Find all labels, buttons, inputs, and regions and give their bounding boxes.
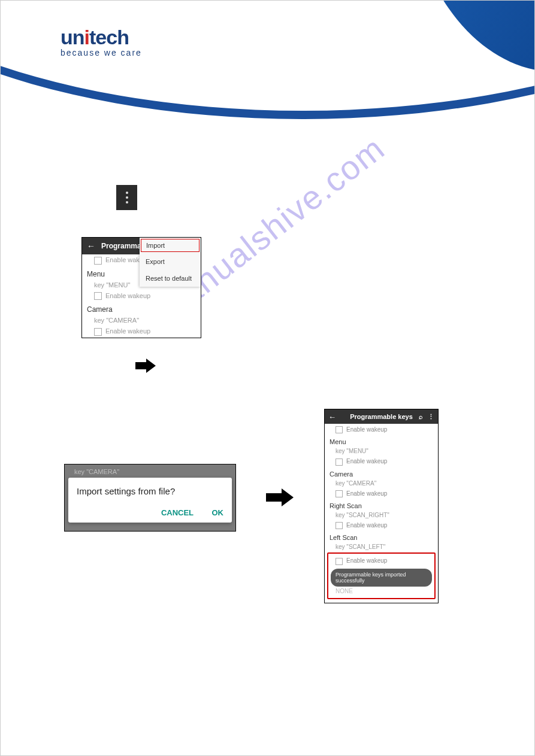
- list-item: Enable wakeup: [82, 290, 201, 302]
- list-item: key "CAMERA": [325, 479, 438, 488]
- search-icon[interactable]: ⌕: [419, 413, 423, 421]
- enable-wakeup-label: Enable wakeup: [105, 327, 150, 335]
- checkbox-icon[interactable]: [335, 558, 343, 565]
- logo: unitech because we care: [61, 26, 142, 57]
- list-item: NONE: [330, 587, 433, 596]
- checkbox-icon[interactable]: [335, 490, 343, 497]
- bg-label: key "CAMERA": [68, 468, 232, 478]
- list-item: Enable wakeup: [330, 555, 433, 567]
- appbar-title: Programma: [101, 242, 141, 250]
- list-item: Enable wakeup: [82, 326, 201, 338]
- dialog: Import settings from file? CANCEL OK: [68, 478, 232, 523]
- enable-wakeup-label: Enable wakeup: [105, 292, 150, 299]
- enable-wakeup-label: Enable wakeup: [346, 458, 387, 464]
- svg-marker-0: [135, 359, 156, 373]
- checkbox-icon[interactable]: [335, 459, 343, 466]
- enable-wakeup-label: Enable wakeup: [346, 522, 387, 529]
- menu-item-export[interactable]: Export: [140, 253, 201, 270]
- checkbox-icon[interactable]: [94, 257, 102, 265]
- menu-item-import[interactable]: Import: [141, 239, 200, 252]
- brand-wordmark: unitech: [61, 26, 142, 49]
- brand-part: tech: [89, 26, 129, 48]
- list-item: Enable wakeup: [325, 424, 438, 436]
- cancel-button[interactable]: CANCEL: [161, 508, 194, 517]
- menu-item-reset[interactable]: Reset to default: [140, 270, 201, 287]
- more-vertical-icon: [116, 185, 137, 210]
- list-item: key "CAMERA": [82, 315, 201, 326]
- enable-wakeup-label: Enable wakeup: [346, 426, 387, 433]
- section-camera: Camera: [82, 302, 201, 315]
- more-vertical-icon[interactable]: ⋮: [428, 413, 434, 421]
- section-menu: Menu: [325, 436, 438, 447]
- enable-wakeup-label: Enable wakeup: [346, 490, 387, 497]
- arrow-icon: [266, 488, 294, 506]
- brand-tagline: because we care: [61, 48, 142, 57]
- screenshot-result-toast: ← Programmable keys ⌕ ⋮ Enable wakeup Me…: [324, 409, 439, 603]
- list-item: Enable wakeup: [325, 520, 438, 532]
- list-item: key "SCAN_RIGHT": [325, 511, 438, 520]
- checkbox-icon[interactable]: [94, 292, 102, 300]
- list-item: key "MENU": [325, 447, 438, 456]
- toast: Programmable keys imported successfully: [331, 569, 432, 587]
- enable-wakeup-label: Enable wakeup: [346, 557, 387, 564]
- checkbox-icon[interactable]: [335, 522, 343, 529]
- screenshot-import-dialog: key "CAMERA" Import settings from file? …: [64, 464, 236, 532]
- ok-button[interactable]: OK: [212, 508, 224, 517]
- section-right-scan: Right Scan: [325, 500, 438, 511]
- checkbox-icon[interactable]: [335, 426, 343, 433]
- list-item: Enable wakeup: [325, 488, 438, 500]
- screenshot-programmable-menu: ← Programma Enable wakeup Menu key "MENU…: [81, 237, 201, 338]
- brand-part: un: [61, 26, 84, 48]
- appbar-title: Programmable keys: [350, 413, 413, 420]
- list-item: Enable wakeup: [325, 456, 438, 467]
- arrow-icon: [135, 359, 156, 373]
- svg-marker-1: [266, 488, 294, 506]
- document-page: unitech because we care manualshive.com …: [0, 0, 535, 756]
- section-camera: Camera: [325, 468, 438, 479]
- overflow-menu: Import Export Reset to default: [140, 238, 201, 287]
- back-icon[interactable]: ←: [328, 412, 336, 421]
- appbar: ← Programmable keys ⌕ ⋮: [325, 409, 438, 424]
- list-item: key "SCAN_LEFT": [325, 542, 438, 551]
- section-left-scan: Left Scan: [325, 532, 438, 542]
- toast-highlight: Enable wakeup Programmable keys imported…: [325, 551, 438, 602]
- checkbox-icon[interactable]: [94, 328, 102, 336]
- dialog-title: Import settings from file?: [77, 486, 223, 496]
- brand-i: i: [84, 26, 89, 48]
- back-icon[interactable]: ←: [87, 241, 95, 251]
- header-swoosh: [0, 0, 535, 119]
